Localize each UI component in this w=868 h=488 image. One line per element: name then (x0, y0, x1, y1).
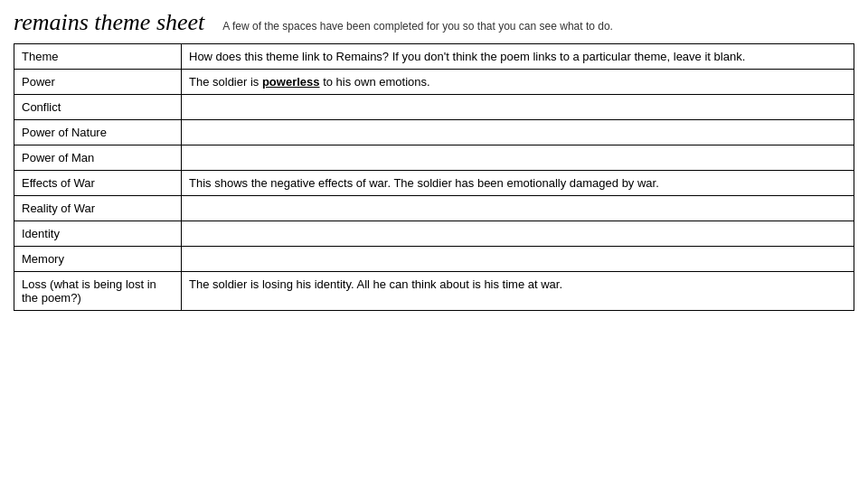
header-cell-theme: Theme (14, 44, 182, 70)
table-row: Memory (14, 247, 854, 272)
table-row: Reality of War (14, 196, 854, 221)
table-row: Conflict (14, 95, 854, 120)
content-text-bold: powerless (262, 75, 320, 89)
content-cell: This shows the negative effects of war. … (182, 171, 854, 196)
table-row: Identity (14, 221, 854, 247)
table-header-row: Theme How does this theme link to Remain… (14, 44, 854, 70)
page-header: remains theme sheet A few of the spaces … (14, 9, 854, 36)
table-row: PowerThe soldier is powerless to his own… (14, 70, 854, 95)
theme-cell: Loss (what is being lost in the poem?) (14, 272, 182, 311)
theme-cell: Conflict (14, 95, 182, 120)
theme-table: Theme How does this theme link to Remain… (14, 43, 854, 311)
table-row: Power of Nature (14, 120, 854, 145)
content-cell: The soldier is losing his identity. All … (182, 272, 854, 311)
content-cell: The soldier is powerless to his own emot… (182, 70, 854, 95)
theme-cell: Power (14, 70, 182, 95)
content-cell (182, 95, 854, 120)
content-cell (182, 221, 854, 247)
content-text-after: to his own emotions. (320, 75, 430, 89)
content-text-before: The soldier is (189, 75, 262, 89)
table-row: Effects of WarThis shows the negative ef… (14, 171, 854, 196)
content-cell (182, 196, 854, 221)
content-cell (182, 120, 854, 145)
page-title: remains theme sheet (14, 9, 204, 36)
content-cell (182, 145, 854, 171)
theme-cell: Memory (14, 247, 182, 272)
header-theme-label: Theme (22, 50, 58, 63)
page-subtitle: A few of the spaces have been completed … (222, 20, 613, 33)
table-row: Loss (what is being lost in the poem?)Th… (14, 272, 854, 311)
content-cell (182, 247, 854, 272)
theme-cell: Effects of War (14, 171, 182, 196)
theme-cell: Power of Nature (14, 120, 182, 145)
theme-cell: Identity (14, 221, 182, 247)
theme-cell: Reality of War (14, 196, 182, 221)
table-row: Power of Man (14, 145, 854, 171)
header-desc-label: How does this theme link to Remains? If … (189, 50, 745, 63)
theme-cell: Power of Man (14, 145, 182, 171)
header-cell-description: How does this theme link to Remains? If … (182, 44, 854, 70)
